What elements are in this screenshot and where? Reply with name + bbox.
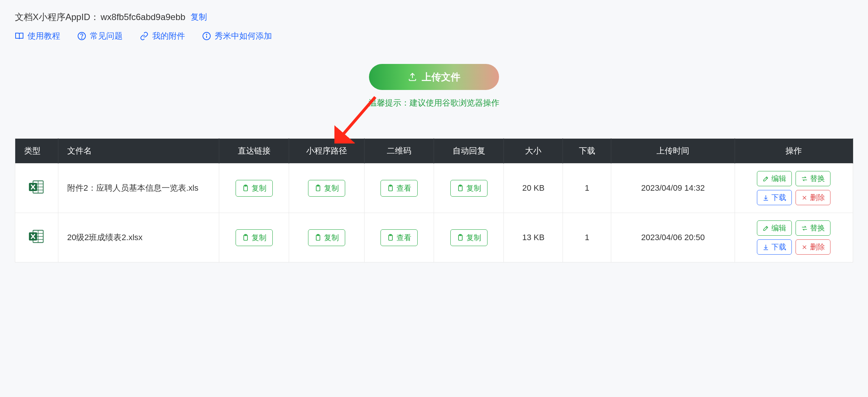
svg-point-1 bbox=[81, 38, 82, 39]
cell-path: 复制 bbox=[289, 213, 364, 262]
th-qr: 二维码 bbox=[364, 139, 434, 164]
cell-auto: 复制 bbox=[434, 213, 504, 262]
delete-button[interactable]: 删除 bbox=[796, 239, 830, 255]
copy-path-button[interactable]: 复制 bbox=[308, 180, 345, 197]
copy-path-button[interactable]: 复制 bbox=[308, 229, 345, 246]
cell-link: 复制 bbox=[219, 164, 289, 213]
th-acts: 操作 bbox=[735, 139, 853, 164]
info-icon bbox=[202, 32, 211, 41]
table-row: 20级2班成绩表2.xlsx 复制 复制 查看 复制 13 KB 1 2023/… bbox=[15, 213, 853, 262]
edit-button[interactable]: 编辑 bbox=[757, 171, 792, 186]
file-table: 类型 文件名 直达链接 小程序路径 二维码 自动回复 大小 下载 上传时间 操作… bbox=[15, 138, 853, 262]
cell-path: 复制 bbox=[289, 164, 364, 213]
th-size: 大小 bbox=[504, 139, 563, 164]
view-qr-button[interactable]: 查看 bbox=[380, 229, 418, 246]
view-qr-button[interactable]: 查看 bbox=[380, 180, 418, 197]
upload-icon bbox=[408, 72, 417, 82]
table-header: 类型 文件名 直达链接 小程序路径 二维码 自动回复 大小 下载 上传时间 操作 bbox=[15, 139, 853, 164]
cell-download-count: 1 bbox=[563, 213, 611, 262]
table-row: 附件2：应聘人员基本信息一览表.xls 复制 复制 查看 复制 20 KB 1 … bbox=[15, 164, 853, 213]
cell-auto: 复制 bbox=[434, 164, 504, 213]
link-faq[interactable]: 常见问题 bbox=[77, 30, 123, 42]
top-links: 使用教程 常见问题 我的附件 秀米中如何添加 bbox=[15, 30, 853, 42]
cell-qr: 查看 bbox=[364, 164, 434, 213]
cell-name: 附件2：应聘人员基本信息一览表.xls bbox=[58, 164, 219, 213]
cell-qr: 查看 bbox=[364, 213, 434, 262]
cell-type bbox=[15, 164, 58, 213]
link-attachments[interactable]: 我的附件 bbox=[140, 30, 185, 42]
cell-link: 复制 bbox=[219, 213, 289, 262]
upload-hint: 温馨提示：建议使用谷歌浏览器操作 bbox=[369, 97, 499, 109]
cell-download-count: 1 bbox=[563, 164, 611, 213]
cell-actions: 编辑 替换 下载 删除 bbox=[735, 213, 853, 262]
link-xiumi[interactable]: 秀米中如何添加 bbox=[202, 30, 272, 42]
edit-button[interactable]: 编辑 bbox=[757, 220, 792, 236]
appid-value: wx8fb5fc6abd9a9ebb bbox=[101, 12, 185, 22]
copy-appid-link[interactable]: 复制 bbox=[191, 12, 207, 23]
cell-actions: 编辑 替换 下载 删除 bbox=[735, 164, 853, 213]
cell-type bbox=[15, 213, 58, 262]
svg-point-4 bbox=[206, 34, 207, 35]
delete-button[interactable]: 删除 bbox=[796, 190, 830, 205]
th-name: 文件名 bbox=[58, 139, 219, 164]
th-path: 小程序路径 bbox=[289, 139, 364, 164]
link-tutorial[interactable]: 使用教程 bbox=[15, 30, 60, 42]
cell-size: 20 KB bbox=[504, 164, 563, 213]
th-link: 直达链接 bbox=[219, 139, 289, 164]
excel-icon bbox=[28, 188, 45, 197]
download-button[interactable]: 下载 bbox=[757, 239, 792, 255]
upload-area: 上传文件 温馨提示：建议使用谷歌浏览器操作 bbox=[15, 64, 853, 109]
th-dl: 下载 bbox=[563, 139, 611, 164]
th-auto: 自动回复 bbox=[434, 139, 504, 164]
cell-size: 13 KB bbox=[504, 213, 563, 262]
download-button[interactable]: 下载 bbox=[757, 190, 792, 205]
th-time: 上传时间 bbox=[611, 139, 735, 164]
replace-button[interactable]: 替换 bbox=[796, 171, 830, 186]
appid-label-prefix: 文档X小程序AppID： bbox=[15, 11, 99, 23]
question-icon bbox=[77, 32, 86, 41]
appid-line: 文档X小程序AppID：wx8fb5fc6abd9a9ebb 复制 bbox=[15, 11, 853, 23]
copy-link-button[interactable]: 复制 bbox=[236, 180, 273, 197]
book-icon bbox=[15, 32, 24, 41]
cell-time: 2023/04/06 20:50 bbox=[611, 213, 735, 262]
excel-icon bbox=[28, 237, 45, 246]
copy-autoreply-button[interactable]: 复制 bbox=[450, 229, 488, 246]
upload-button[interactable]: 上传文件 bbox=[369, 64, 499, 90]
link-icon bbox=[140, 32, 149, 41]
cell-time: 2023/04/09 14:32 bbox=[611, 164, 735, 213]
th-type: 类型 bbox=[15, 139, 58, 164]
cell-name: 20级2班成绩表2.xlsx bbox=[58, 213, 219, 262]
copy-autoreply-button[interactable]: 复制 bbox=[450, 180, 488, 197]
copy-link-button[interactable]: 复制 bbox=[236, 229, 273, 246]
replace-button[interactable]: 替换 bbox=[796, 220, 830, 236]
